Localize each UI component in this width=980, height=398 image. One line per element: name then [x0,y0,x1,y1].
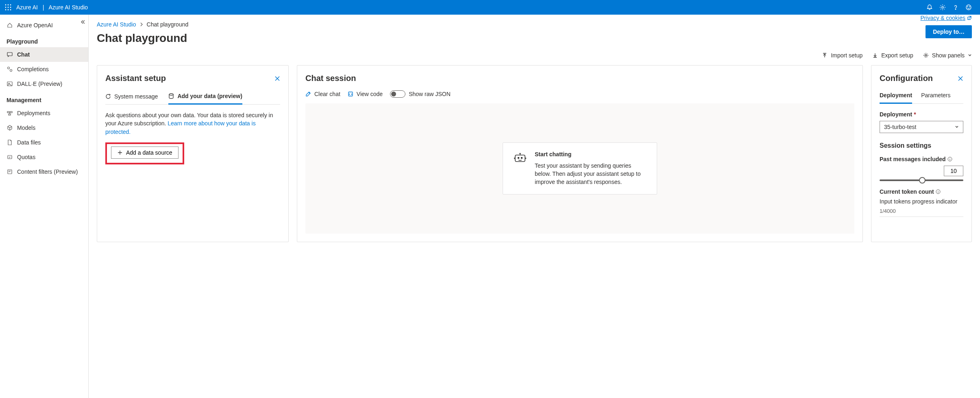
sidebar-item-label: Azure OpenAI [17,22,53,28]
chat-icon [7,51,13,58]
token-count-label: Current token count [880,188,963,195]
deploy-button[interactable]: Deploy to… [926,25,972,38]
token-count-value: 1/4000 [880,208,963,217]
collapse-sidebar-icon[interactable] [80,20,85,24]
sidebar-chat[interactable]: Chat [0,47,88,62]
past-messages-input[interactable] [944,166,963,176]
sidebar-completions[interactable]: Completions [0,62,88,77]
tab-parameters[interactable]: Parameters [921,90,950,103]
privacy-link[interactable]: Privacy & cookies [921,15,972,21]
sidebar-item-label: Deployments [17,110,50,116]
export-setup-button[interactable]: Export setup [872,52,913,59]
svg-point-25 [169,94,173,95]
start-body: Test your assistant by sending queries b… [535,162,647,186]
svg-point-6 [5,9,7,11]
sidebar: Azure OpenAI Playground Chat Completions… [0,15,89,398]
page-title: Chat playground [97,32,188,45]
svg-point-24 [925,55,927,56]
sidebar-item-label: Quotas [17,154,35,160]
svg-point-2 [10,4,11,6]
help-icon[interactable] [949,1,962,14]
chevron-right-icon [139,22,144,26]
sidebar-item-label: Models [17,125,35,131]
token-progress-label: Input tokens progress indicator [880,198,963,205]
feedback-icon[interactable] [962,1,975,14]
sidebar-section-playground: Playground [0,33,88,47]
filter-icon [7,168,13,175]
chat-session-panel: Chat session Clear chat View code Show r… [297,65,863,242]
close-config-icon[interactable] [958,76,963,81]
top-bar: Azure AI | Azure AI Studio [0,0,980,15]
sidebar-item-label: DALL·E (Preview) [17,81,62,87]
notifications-icon[interactable] [923,1,936,14]
tab-deployment[interactable]: Deployment [880,90,912,104]
sidebar-item-label: Data files [17,139,41,146]
sidebar-content-filters[interactable]: Content filters (Preview) [0,164,88,179]
svg-rect-20 [10,112,12,113]
tab-add-your-data[interactable]: Add your data (preview) [168,90,242,105]
brand-2: Azure AI Studio [49,4,88,11]
sidebar-item-label: Completions [17,66,49,72]
show-panels-button[interactable]: Show panels [923,52,972,59]
svg-point-0 [5,4,7,6]
clear-chat-button[interactable]: Clear chat [305,91,340,97]
svg-point-7 [8,9,9,11]
file-icon [7,139,13,146]
close-assistant-icon[interactable] [274,76,280,81]
svg-point-5 [10,7,11,8]
quotas-icon [7,154,13,160]
info-icon[interactable] [936,189,941,194]
sidebar-azure-openai[interactable]: Azure OpenAI [0,18,88,33]
page-toolbar: Import setup Export setup Show panels [97,50,972,65]
breadcrumb-root[interactable]: Azure AI Studio [97,21,136,28]
svg-rect-21 [9,114,11,115]
svg-point-12 [967,7,968,7]
breadcrumb-leaf: Chat playground [147,21,189,28]
add-data-source-button[interactable]: Add a data source [111,147,179,159]
completions-icon [7,66,13,72]
info-icon[interactable] [947,157,952,162]
svg-point-10 [955,9,956,10]
svg-point-4 [8,7,9,8]
svg-point-13 [969,7,970,7]
image-icon [7,81,13,87]
deployments-icon [7,110,13,116]
tab-system-message[interactable]: System message [105,90,158,104]
sidebar-data-files[interactable]: Data files [0,135,88,150]
settings-icon[interactable] [936,1,949,14]
models-icon [7,125,13,131]
start-chat-card: Start chatting Test your assistant by se… [503,142,657,195]
past-messages-slider[interactable] [880,179,963,181]
session-settings-title: Session settings [880,142,963,149]
svg-rect-19 [7,112,9,113]
svg-point-3 [5,7,7,8]
import-setup-button[interactable]: Import setup [822,52,862,59]
assistant-tabs: System message Add your data (preview) [105,90,280,105]
svg-rect-14 [7,52,12,56]
config-title: Configuration [880,74,933,83]
add-data-source-highlight: Add a data source [105,142,184,164]
sidebar-deployments[interactable]: Deployments [0,106,88,120]
sidebar-section-management: Management [0,91,88,106]
sidebar-item-label: Chat [17,51,30,58]
data-description: Ask questions about your own data. Your … [105,111,280,136]
bot-icon [513,151,527,166]
sidebar-quotas[interactable]: Quotas [0,150,88,164]
view-code-button[interactable]: View code [348,91,383,97]
svg-point-1 [8,4,9,6]
toggle-icon [390,90,405,98]
raw-json-toggle[interactable]: Show raw JSON [390,90,451,98]
waffle-icon[interactable] [5,4,11,11]
chevron-down-icon [955,125,959,129]
home-icon [7,22,13,28]
assistant-setup-panel: Assistant setup System message Add your … [97,65,289,242]
svg-point-29 [521,157,523,158]
brand: Azure AI | Azure AI Studio [16,4,88,11]
deployment-select[interactable]: 35-turbo-test [880,121,963,133]
configuration-panel: Configuration Deployment Parameters Depl… [871,65,972,242]
sidebar-models[interactable]: Models [0,120,88,135]
past-messages-label: Past messages included [880,156,963,162]
deployment-label: Deployment * [880,111,963,118]
sidebar-item-label: Content filters (Preview) [17,168,78,175]
sidebar-dalle[interactable]: DALL·E (Preview) [0,77,88,91]
